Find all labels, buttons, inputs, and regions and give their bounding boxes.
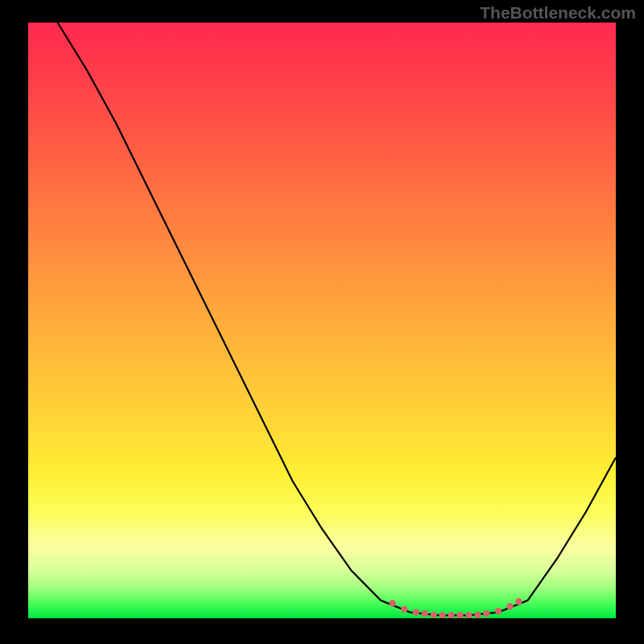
svg-point-4 [431,611,437,617]
svg-point-11 [495,608,502,614]
svg-point-0 [389,600,395,606]
svg-point-1 [401,606,407,613]
svg-point-2 [413,609,419,615]
chart-svg [28,23,616,618]
svg-point-8 [465,612,472,618]
plot-area [28,23,616,618]
main-curve [58,23,617,615]
chart-container: TheBottleneck.com [0,0,644,644]
svg-point-7 [456,612,463,618]
watermark-text: TheBottleneck.com [480,3,636,23]
svg-point-3 [422,610,428,617]
svg-point-12 [506,603,513,609]
svg-point-9 [474,611,481,617]
svg-point-13 [515,598,522,605]
svg-point-5 [439,612,445,618]
svg-point-6 [448,612,454,618]
svg-point-10 [483,610,489,617]
